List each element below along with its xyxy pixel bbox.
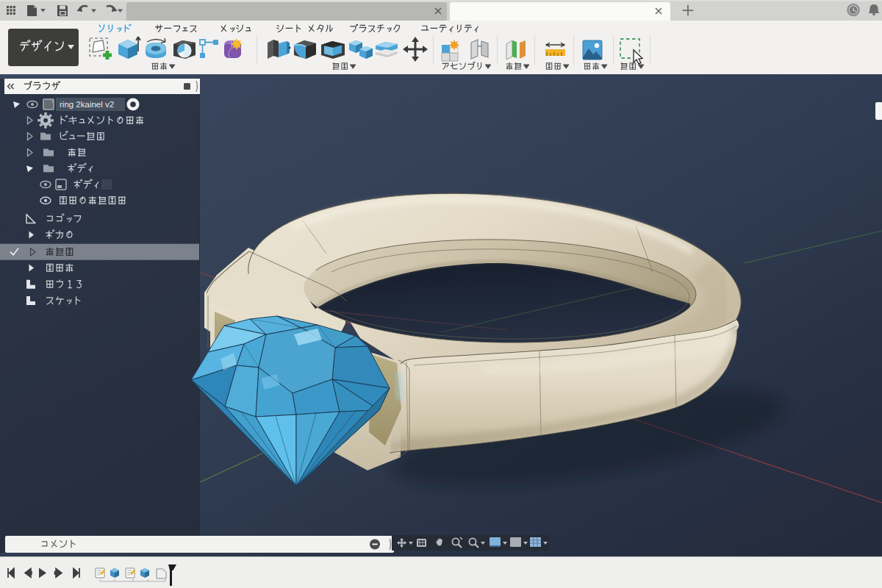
svg-text:ring 2kainel v2: ring 2kainel v2 [60, 100, 114, 109]
